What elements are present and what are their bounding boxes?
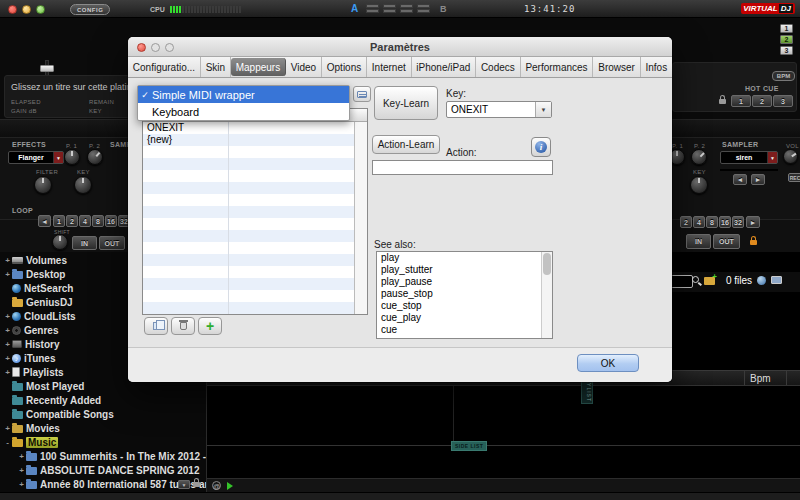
volume-fader-handle[interactable]	[40, 65, 54, 72]
mapping-table[interactable]: Key Action ONEXIT{new}	[142, 108, 368, 315]
deck-select-2-button[interactable]: 2	[780, 35, 793, 44]
tab-video[interactable]: Video	[286, 57, 322, 77]
expand-toggle[interactable]: +	[3, 368, 12, 377]
key-learn-button[interactable]: Key-Learn	[374, 86, 438, 120]
loop-32-button[interactable]: 32	[732, 216, 744, 228]
chevron-down-icon[interactable]: ▼	[535, 102, 551, 117]
see-also-item[interactable]: cue_play	[377, 312, 552, 324]
table-row[interactable]	[143, 254, 355, 266]
loop-8-button[interactable]: 8	[92, 215, 104, 227]
loop-in-button[interactable]: IN	[686, 234, 711, 249]
loop-half-button[interactable]: ◄	[38, 215, 51, 227]
loop-2-button[interactable]: 2	[66, 215, 78, 227]
tab-options[interactable]: Options	[322, 57, 367, 77]
loop-1-button[interactable]: 1	[53, 215, 65, 227]
see-also-item[interactable]: play_pause	[377, 276, 552, 288]
table-row[interactable]	[143, 158, 355, 170]
dialog-titlebar[interactable]: Paramètres	[128, 37, 672, 57]
key-combobox[interactable]: ONEXIT ▼	[446, 101, 552, 118]
column-divider[interactable]	[786, 371, 787, 385]
loop-2-button[interactable]: 2	[680, 216, 692, 228]
tab-configuratio-[interactable]: Configuratio...	[128, 57, 201, 77]
sampler-next-button[interactable]: ►	[751, 174, 765, 185]
sidebar-item-recently-added[interactable]: Recently Added	[0, 393, 206, 407]
lock-icon[interactable]	[719, 99, 726, 104]
sidebar-item-movies[interactable]: +Movies	[0, 421, 206, 435]
table-row[interactable]	[143, 146, 355, 158]
sidebar-item-ann-e-80-international-587-tubes-ann[interactable]: +Année 80 International 587 tubes ann	[0, 477, 206, 491]
rec-badge[interactable]: REC	[788, 173, 800, 182]
loop-16-button[interactable]: 16	[719, 216, 731, 228]
key-knob[interactable]	[690, 176, 708, 194]
table-row[interactable]	[143, 302, 355, 314]
action-input[interactable]	[372, 160, 553, 175]
shift-knob[interactable]	[52, 234, 68, 250]
deck-select-1-button[interactable]: 1	[780, 24, 793, 33]
tab-browser[interactable]: Browser	[593, 57, 640, 77]
play-icon[interactable]	[227, 482, 233, 490]
column-divider[interactable]	[744, 371, 745, 385]
expand-toggle[interactable]: +	[17, 480, 26, 489]
hot-cue-3-button[interactable]: 3	[773, 95, 793, 107]
loop-double-button[interactable]: ►	[746, 216, 760, 228]
side-list-badge[interactable]: SIDE LIST	[451, 441, 487, 451]
key-knob[interactable]	[74, 176, 92, 194]
table-row[interactable]	[143, 242, 355, 254]
action-learn-button[interactable]: Action-Learn	[372, 135, 440, 154]
delete-mapping-button[interactable]	[171, 317, 195, 335]
table-row[interactable]	[143, 290, 355, 302]
duplicate-mapping-button[interactable]	[144, 317, 168, 335]
config-button[interactable]: CONFIG	[70, 4, 110, 15]
p2-knob[interactable]	[87, 149, 103, 165]
tab-codecs[interactable]: Codecs	[476, 57, 521, 77]
loop-in-button[interactable]: IN	[72, 236, 97, 250]
table-row[interactable]	[143, 194, 355, 206]
at-icon[interactable]: @	[212, 481, 221, 490]
loop-lock-icon[interactable]	[750, 240, 757, 245]
expand-toggle[interactable]: +	[3, 326, 12, 335]
vol-knob[interactable]	[783, 149, 798, 164]
table-row[interactable]	[143, 206, 355, 218]
sidebar-dropdown-button[interactable]: ▼	[178, 480, 190, 489]
network-icon[interactable]	[757, 276, 766, 285]
see-also-item[interactable]: pause_stop	[377, 288, 552, 300]
expand-toggle[interactable]: +	[3, 270, 12, 279]
loop-4-button[interactable]: 4	[79, 215, 91, 227]
see-also-list[interactable]: playplay_stutterplay_pausepause_stopcue_…	[376, 251, 553, 339]
sidebar-item-compatible-songs[interactable]: Compatible Songs	[0, 407, 206, 421]
tab-skin[interactable]: Skin	[201, 57, 231, 77]
table-row[interactable]	[143, 266, 355, 278]
crossfader-segments[interactable]	[366, 4, 430, 14]
expand-toggle[interactable]: -	[3, 438, 12, 447]
ok-button[interactable]: OK	[577, 354, 639, 372]
loop-4-button[interactable]: 4	[693, 216, 705, 228]
expand-toggle[interactable]: +	[3, 312, 12, 321]
dropdown-option[interactable]: Keyboard	[138, 103, 349, 120]
sampler-prev-button[interactable]: ◄	[733, 174, 747, 185]
loop-8-button[interactable]: 8	[706, 216, 718, 228]
expand-toggle[interactable]: +	[3, 424, 12, 433]
see-also-item[interactable]: cue	[377, 324, 552, 336]
tab-internet[interactable]: Internet	[367, 57, 412, 77]
table-row[interactable]	[143, 278, 355, 290]
window-zoom-button[interactable]	[36, 5, 45, 14]
tab-infos[interactable]: Infos	[641, 57, 672, 77]
expand-toggle[interactable]: +	[17, 452, 26, 461]
computer-icon[interactable]	[771, 276, 782, 284]
expand-toggle[interactable]: +	[17, 466, 26, 475]
table-row[interactable]	[143, 182, 355, 194]
search-icon[interactable]	[692, 276, 699, 283]
keyboard-list-button[interactable]	[353, 86, 371, 102]
p2-knob[interactable]	[691, 149, 707, 165]
hot-cue-1-button[interactable]: 1	[731, 95, 751, 107]
expand-toggle[interactable]: +	[3, 256, 12, 265]
dropdown-option[interactable]: ✓Simple MIDI wrapper	[138, 86, 349, 103]
chevron-down-icon[interactable]: ▼	[53, 152, 63, 163]
sidebar-item-absolute-dance-spring-2012[interactable]: +ABSOLUTE DANCE SPRING 2012	[0, 463, 206, 477]
tab-performances[interactable]: Performances	[521, 57, 594, 77]
deck-select-3-button[interactable]: 3	[780, 46, 793, 55]
table-row[interactable]	[143, 218, 355, 230]
expand-toggle[interactable]: +	[3, 340, 12, 349]
add-mapping-button[interactable]: +	[198, 317, 222, 335]
loop-out-button[interactable]: OUT	[99, 236, 125, 250]
